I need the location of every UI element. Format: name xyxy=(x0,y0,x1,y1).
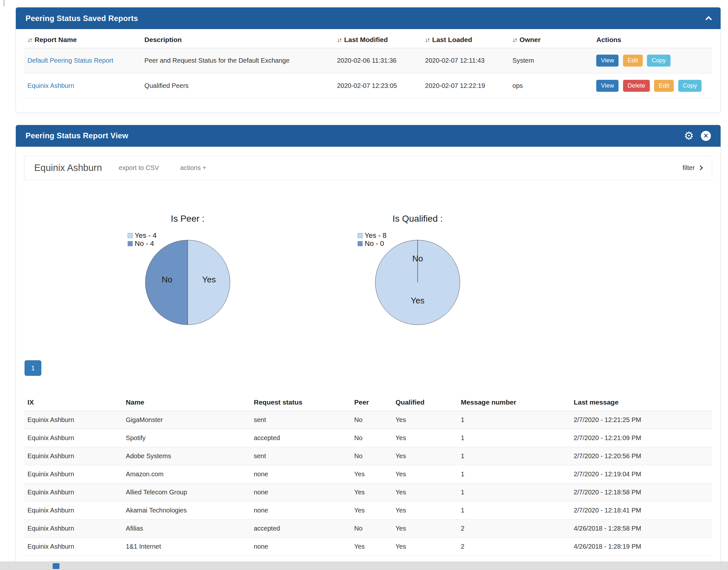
is-qualified-pie-chart: Is Qualified : Yes - 8No - 0 YesNo xyxy=(317,214,518,331)
cell-name: Spotify xyxy=(123,429,251,447)
copy-button[interactable]: Copy xyxy=(647,55,670,66)
legend-label: No - 4 xyxy=(135,239,154,248)
cell-ix: Equinix Ashburn xyxy=(24,483,123,501)
cell-qualified: Yes xyxy=(393,447,458,465)
peer-status-row: Equinix Ashburn Spotify accepted No Yes … xyxy=(24,429,712,447)
report-description: Peer and Request Status for the Default … xyxy=(141,48,333,73)
saved-report-row: Default Peering Status Report Peer and R… xyxy=(24,48,712,73)
saved-reports-panel: Peering Status Saved Reports ↓↑Report Na… xyxy=(15,7,721,113)
close-icon[interactable]: × xyxy=(701,131,711,141)
chart-legend: Yes - 8No - 0 xyxy=(357,232,387,248)
page: Peering Status Saved Reports ↓↑Report Na… xyxy=(0,0,728,570)
is-peer-pie-chart: Is Peer : Yes - 4No - 4 YesNo xyxy=(87,214,288,331)
col-header-last-loaded[interactable]: ↓↑Last Loaded xyxy=(422,32,509,48)
cell-ix: Equinix Ashburn xyxy=(24,447,123,465)
cell-name: Afilias xyxy=(123,519,251,537)
gear-icon[interactable]: ⚙ xyxy=(684,130,694,141)
cell-request-status: sent xyxy=(251,447,351,465)
chart-title: Is Peer : xyxy=(87,214,288,224)
cell-message-number: 1 xyxy=(458,447,570,465)
peer-status-row: Equinix Ashburn Akamai Technologies none… xyxy=(24,501,712,519)
cell-peer: Yes xyxy=(351,501,393,519)
cell-peer: No xyxy=(351,447,393,465)
peer-status-table: IX Name Request status Peer Qualified Me… xyxy=(24,394,712,556)
cell-last-message: 2/7/2020 - 12:21:09 PM xyxy=(570,429,712,447)
legend-item: No - 0 xyxy=(357,240,387,248)
report-link[interactable]: Default Peering Status Report xyxy=(27,57,113,64)
peer-status-row: Equinix Ashburn GigaMonster sent No Yes … xyxy=(24,411,712,429)
report-toolbar: Equinix Ashburn export to CSV actions + … xyxy=(24,156,712,180)
report-last-loaded: 2020-02-07 12:22:19 xyxy=(422,73,509,98)
cell-ix: Equinix Ashburn xyxy=(24,501,123,519)
chevron-right-icon xyxy=(698,166,703,171)
saved-reports-body: ↓↑Report Name Description ↓↑Last Modifie… xyxy=(16,29,721,113)
cell-request-status: sent xyxy=(251,411,351,429)
sort-icon[interactable]: ↓↑ xyxy=(27,36,32,43)
col-label: Last Loaded xyxy=(432,36,472,43)
legend-swatch xyxy=(357,233,363,238)
cell-ix: Equinix Ashburn xyxy=(24,465,123,483)
view-button[interactable]: View xyxy=(596,80,619,92)
legend-item: Yes - 8 xyxy=(357,232,387,240)
sort-icon[interactable]: ↓↑ xyxy=(513,36,517,43)
report-link[interactable]: Equinix Ashburn xyxy=(27,82,74,89)
col-header-report-name[interactable]: ↓↑Report Name xyxy=(24,32,141,48)
pagination: 1 xyxy=(25,360,721,376)
cell-name: 1&1 Internet xyxy=(123,537,251,555)
report-description: Qualified Peers xyxy=(141,73,333,98)
pie-graphic: YesNo xyxy=(371,236,465,329)
svg-text:Yes: Yes xyxy=(411,296,425,305)
sort-icon[interactable]: ↓↑ xyxy=(425,36,429,43)
col-header-owner[interactable]: ↓↑Owner xyxy=(509,32,593,48)
cell-last-message: 4/26/2018 - 1:28:19 PM xyxy=(570,537,712,555)
report-view-header: Peering Status Report View ⚙ × xyxy=(16,125,721,147)
legend-swatch xyxy=(357,241,363,246)
cell-request-status: none xyxy=(251,501,351,519)
cell-peer: No xyxy=(351,411,393,429)
close-x-glyph: × xyxy=(703,132,708,139)
svg-text:No: No xyxy=(412,254,423,263)
cell-qualified: Yes xyxy=(393,429,458,447)
cell-last-message: 2/7/2020 - 12:18:41 PM xyxy=(570,501,712,519)
peer-status-row: Equinix Ashburn Afilias accepted No Yes … xyxy=(24,519,712,537)
cell-qualified: Yes xyxy=(393,519,458,537)
view-button[interactable]: View xyxy=(596,55,619,66)
col-header-actions: Actions xyxy=(593,32,712,48)
cell-name: Amazon.com xyxy=(123,465,251,483)
cell-request-status: none xyxy=(251,465,351,483)
report-last-modified: 2020-02-06 11:31:36 xyxy=(333,48,422,73)
cell-message-number: 1 xyxy=(458,483,570,501)
scrollbar-artifact xyxy=(4,0,5,6)
sort-icon[interactable]: ↓↑ xyxy=(337,36,341,43)
cell-last-message: 4/26/2018 - 1:28:58 PM xyxy=(570,519,712,537)
cell-ix: Equinix Ashburn xyxy=(24,429,123,447)
legend-swatch xyxy=(128,241,133,246)
delete-button[interactable]: Delete xyxy=(623,80,650,92)
cell-qualified: Yes xyxy=(393,411,458,429)
saved-reports-table: ↓↑Report Name Description ↓↑Last Modifie… xyxy=(24,32,712,98)
svg-text:Yes: Yes xyxy=(202,275,216,284)
cell-message-number: 1 xyxy=(458,501,570,519)
col-label: Last Modified xyxy=(344,36,388,43)
legend-label: No - 0 xyxy=(365,239,384,248)
cell-ix: Equinix Ashburn xyxy=(24,411,123,429)
edit-button[interactable]: Edit xyxy=(654,80,674,92)
col-label: Description xyxy=(144,36,182,43)
actions-menu-link[interactable]: actions + xyxy=(180,164,206,172)
cell-request-status: none xyxy=(251,483,351,501)
cell-peer: No xyxy=(351,429,393,447)
export-csv-link[interactable]: export to CSV xyxy=(119,164,159,172)
page-1-button[interactable]: 1 xyxy=(25,360,41,376)
report-owner: System xyxy=(509,48,593,73)
legend-swatch xyxy=(128,233,133,238)
saved-reports-header-row: ↓↑Report Name Description ↓↑Last Modifie… xyxy=(24,32,712,48)
edit-button[interactable]: Edit xyxy=(623,55,643,66)
collapse-chevron-up-icon[interactable] xyxy=(705,16,712,22)
cell-ix: Equinix Ashburn xyxy=(24,537,123,555)
col-header-description: Description xyxy=(141,32,333,48)
report-view-panel: Peering Status Report View ⚙ × Equinix A… xyxy=(15,125,721,570)
copy-button[interactable]: Copy xyxy=(678,80,702,92)
col-header-last-modified[interactable]: ↓↑Last Modified xyxy=(333,32,422,48)
filter-toggle[interactable]: filter xyxy=(682,164,702,172)
cell-qualified: Yes xyxy=(393,537,458,555)
